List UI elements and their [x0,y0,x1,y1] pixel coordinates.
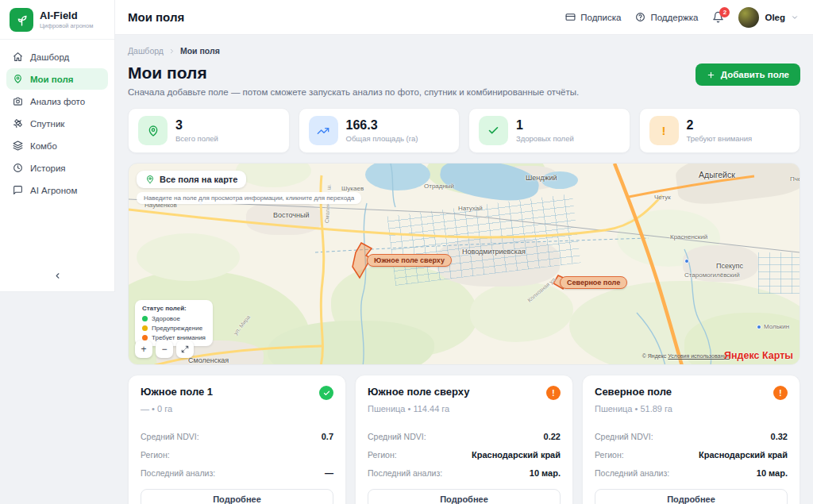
map-place: Шукаев [341,185,364,192]
map-attribution: © Яндекс Условия использования [642,353,730,359]
map-title-pill: Все поля на карте [137,171,246,188]
check-icon [323,390,330,397]
stat-total-fields: 3Всего полей [128,108,290,153]
stat-healthy-fields: 1Здоровых полей [468,108,630,153]
field-label-south-upper[interactable]: Южное поле сверху [367,254,452,267]
chat-icon [13,185,23,195]
sidebar-item-dashboard[interactable]: Дашборд [6,46,108,67]
map-hint: Наведите на поле для просмотра информаци… [137,192,361,204]
field-card-meta: — • 0 га [141,404,333,414]
map-marker-dot [757,325,761,329]
sidebar: AI-Field Цифровой агроном Дашборд Мои по… [0,0,115,292]
sidebar-item-ai-agronomist[interactable]: AI Агроном [6,179,108,201]
details-button[interactable]: Подробнее [141,489,333,504]
field-card-meta: Пшеница • 51.89 га [595,404,788,414]
app-tagline: Цифровой агроном [40,22,93,29]
map-place: Старомогилёвский [684,271,740,279]
map-place: Шенджий [526,174,557,182]
sidebar-item-satellite[interactable]: Спутник [6,113,108,134]
chevron-left-icon [53,271,62,280]
status-dot-orange [142,335,148,340]
field-cards-row: Южное поле 1 — • 0 га Средний NDVI:0.7 Р… [128,375,800,504]
map-pin-icon [13,74,23,84]
map-place: Отрадный [424,183,454,190]
field-card-north: Северное поле ! Пшеница • 51.89 га Средн… [582,375,800,504]
map-place: Пче [790,175,800,183]
map-fullscreen-button[interactable] [176,340,194,358]
stats-row: 3Всего полей 166.3Общая площадь (га) 1Зд… [128,108,800,153]
breadcrumb-home[interactable]: Дашборд [128,46,164,56]
notifications-button[interactable]: 2 [712,11,724,23]
breadcrumb-current: Мои поля [180,46,220,56]
app-name: AI-Field [40,10,93,21]
sidebar-item-history[interactable]: История [6,157,108,179]
stat-total-area: 166.3Общая площадь (га) [299,108,460,153]
legend-item-healthy: Здоровое [142,315,206,322]
sidebar-collapse-button[interactable] [0,271,114,282]
app-window: AI-Field Цифровой агроном Дашборд Мои по… [0,0,813,504]
user-menu[interactable]: Oleg [738,7,799,28]
status-badge-warning: ! [773,386,788,400]
topbar-title: Мои поля [128,10,184,24]
breadcrumb: Дашборд Мои поля [128,46,800,56]
sidebar-item-photo-analysis[interactable]: Анализ фото [6,90,108,112]
subscription-link[interactable]: Подписка [565,12,621,22]
map-place: Восточный [273,211,310,219]
field-label-north[interactable]: Северное поле [560,276,627,289]
yandex-maps-logo[interactable]: Яндекс Карты [724,350,793,361]
map-place: Псекупс [716,262,743,270]
topbar: Мои поля Подписка Поддержка 2 Oleg [115,0,813,35]
sidebar-item-my-fields[interactable]: Мои поля [6,68,108,90]
legend-item-warning: Предупреждение [142,325,206,332]
plus-icon [707,71,715,79]
camera-icon [13,96,23,106]
field-card-south-1: Южное поле 1 — • 0 га Средний NDVI:0.7 Р… [128,375,346,504]
map-zoom-in-button[interactable]: + [135,340,152,358]
map-place: Четук [654,194,671,201]
map-place: Натухай [458,205,483,212]
legend-item-attention: Требует внимания [142,334,206,341]
app-logo: AI-Field Цифровой агроном [0,0,114,40]
field-card-south-upper: Южное поле сверху ! Пшеница • 114.44 га … [355,375,573,504]
fields-map[interactable]: Науменков Восточный Шукаев Отрадный Шенд… [128,163,800,365]
help-circle-icon [635,12,645,22]
trending-up-icon [309,116,338,145]
map-pin-icon [145,175,155,184]
field-card-meta: Пшеница • 114.44 га [368,404,561,414]
sprout-icon [10,8,33,32]
chevron-down-icon [791,13,799,21]
sidebar-item-combo[interactable]: Комбо [6,135,108,156]
map-place: Красненский [670,233,707,240]
map-zoom-out-button[interactable]: − [156,340,173,358]
alert-icon: ! [649,116,679,145]
map-place: Новодмитриевская [462,248,526,256]
history-icon [13,163,23,173]
status-dot-yellow [142,325,148,331]
terms-link[interactable]: Условия использования [668,353,730,359]
status-badge-warning: ! [546,386,561,400]
map-place: Адыгейск [699,170,735,179]
details-button[interactable]: Подробнее [368,489,561,504]
map-pin-icon [138,116,168,145]
credit-card-icon [565,12,576,22]
home-icon [13,52,23,62]
field-card-title: Южное поле 1 [141,386,213,398]
page-subtitle: Сначала добавьте поле — потом сможете за… [128,87,579,97]
check-icon [479,116,508,145]
main-content: Дашборд Мои поля Мои поля Сначала добавь… [115,35,813,504]
status-dot-green [142,316,148,321]
map-legend: Статус полей: Здоровое Предупреждение Тр… [135,300,213,346]
details-button[interactable]: Подробнее [595,489,788,504]
field-card-title: Северное поле [595,386,672,398]
map-place: Смоленская [188,356,229,364]
avatar [738,7,759,28]
support-link[interactable]: Поддержка [635,12,698,22]
notification-badge: 2 [719,7,730,17]
add-field-button[interactable]: Добавить поле [695,63,800,86]
expand-icon [181,345,189,353]
chevron-right-icon [168,48,175,55]
stat-needs-attention: ! 2Требуют внимания [639,108,801,153]
layers-icon [13,140,23,151]
map-marker-dot [684,259,689,264]
sidebar-nav: Дашборд Мои поля Анализ фото Спутник Ком… [0,40,114,201]
